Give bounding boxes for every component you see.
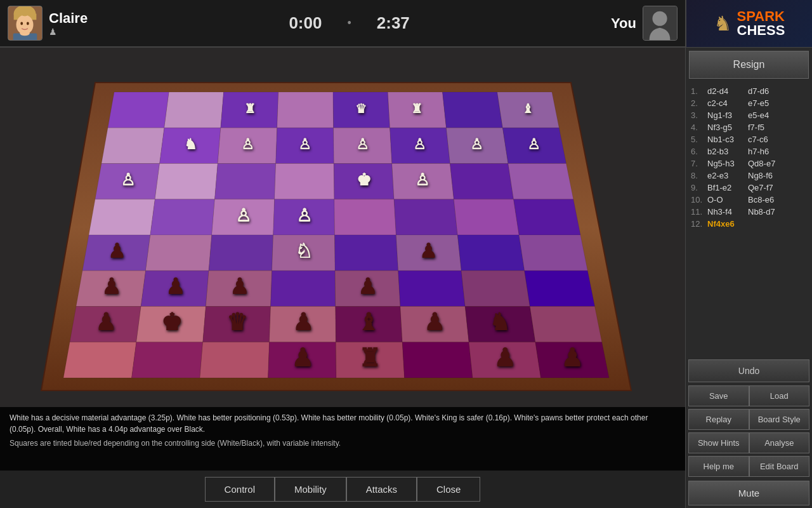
mobility-button[interactable]: Mobility [275,477,346,502]
save-load-row: Save Load [688,385,809,406]
undo-button[interactable]: Undo [688,359,809,382]
move-white[interactable]: Nh3-f4 [707,207,745,217]
timer-claire: 0:00 [289,13,322,33]
load-button[interactable]: Load [749,385,810,406]
save-button[interactable]: Save [688,385,749,406]
timer-you: 2:37 [377,13,410,33]
move-number: 11. [691,207,705,217]
resign-button[interactable]: Resign [689,51,809,79]
move-white[interactable]: e2-e3 [707,171,745,180]
move-white[interactable]: Nb1-c3 [707,135,745,144]
logo-text: SPARK CHESS [737,10,785,37]
claire-icon: ♟ [49,27,88,37]
move-number: 5. [691,135,705,144]
move-white[interactable]: Ng5-h3 [707,159,745,168]
you-label: You [611,15,636,32]
move-white[interactable]: Nf3-g5 [707,123,745,132]
svg-point-5 [27,22,29,25]
move-white[interactable]: Ng1-f3 [707,110,745,120]
mute-button[interactable]: Mute [688,481,809,505]
move-number: 2. [691,98,705,108]
move-black[interactable]: d7-d6 [748,86,786,96]
move-row: 8.e2-e3Ng8-f6 [691,170,807,182]
move-white[interactable]: b2-b3 [707,147,745,156]
move-number: 7. [691,159,705,168]
sidebar: Resign 1.d2-d4d7-d62.c2-c4e7-e53.Ng1-f3e… [685,48,812,508]
move-white[interactable]: O-O [707,195,745,204]
claire-info: Claire ♟ [49,10,88,37]
header: Claire ♟ 0:00 • 2:37 You ♞ SPARK CHESS [0,0,812,48]
move-number: 6. [691,147,705,156]
show-hints-button[interactable]: Show Hints [688,432,749,453]
chess-board-canvas[interactable] [0,48,685,407]
svg-point-10 [652,11,667,26]
move-number: 12. [691,219,705,229]
move-row: 11.Nh3-f4Nb8-d7 [691,206,807,218]
move-row: 2.c2-c4e7-e5 [691,97,807,109]
move-black[interactable] [748,219,786,229]
move-row: 3.Ng1-f3e5-e4 [691,109,807,121]
move-row: 9.Bf1-e2Qe7-f7 [691,182,807,194]
move-row: 7.Ng5-h3Qd8-e7 [691,157,807,170]
move-white[interactable]: d2-d4 [707,86,745,96]
move-black[interactable]: Qd8-e7 [748,159,786,168]
analysis-panel: White has a decisive material advantage … [0,407,685,471]
move-row: 5.Nb1-c3c7-c6 [691,133,807,145]
showhints-analyse-row: Show Hints Analyse [688,432,809,453]
main-content: White has a decisive material advantage … [0,48,812,508]
move-black[interactable]: Qe7-f7 [748,183,786,192]
svg-point-8 [20,31,29,36]
move-black[interactable]: Nb8-d7 [748,207,786,217]
replay-boardstyle-row: Replay Board Style [688,409,809,430]
move-number: 3. [691,110,705,120]
move-row: 1.d2-d4d7-d6 [691,85,807,97]
svg-point-6 [20,6,29,16]
move-row: 12.Nf4xe6 [691,218,807,230]
edit-board-button[interactable]: Edit Board [749,456,810,477]
player-you-section: You [603,1,685,46]
logo-chess: CHESS [737,23,785,37]
player-claire-section: Claire ♟ [0,1,95,46]
claire-avatar [8,6,43,41]
move-number: 1. [691,86,705,96]
close-button[interactable]: Close [417,477,480,502]
move-row: 4.Nf3-g5f7-f5 [691,121,807,133]
move-white[interactable]: Bf1-e2 [707,183,745,192]
move-number: 10. [691,195,705,204]
replay-button[interactable]: Replay [688,409,749,430]
timers-section: 0:00 • 2:37 [95,13,603,33]
move-black[interactable]: f7-f5 [748,123,786,132]
move-black[interactable]: Bc8-e6 [748,195,786,204]
move-row: 6.b2-b3h7-h6 [691,145,807,157]
control-button[interactable]: Control [205,477,275,502]
claire-name: Claire [49,10,88,27]
svg-point-4 [20,22,23,25]
help-me-button[interactable]: Help me [688,456,749,477]
move-black[interactable]: e5-e4 [748,110,786,120]
logo-spark: SPARK [737,10,785,23]
move-white[interactable]: c2-c4 [707,98,745,108]
move-black[interactable]: h7-h6 [748,147,786,156]
move-black[interactable]: Ng8-f6 [748,171,786,180]
hint-text: Squares are tinted blue/red depending on… [10,439,676,448]
move-number: 8. [691,171,705,180]
bottom-buttons: Control Mobility Attacks Close [0,471,685,508]
board-style-button[interactable]: Board Style [749,409,810,430]
helpme-editboard-row: Help me Edit Board [688,456,809,477]
timer-separator: • [347,17,351,30]
analysis-text: White has a decisive material advantage … [10,412,676,435]
move-row: 10.O-OBc8-e6 [691,194,807,206]
analyse-button[interactable]: Analyse [749,432,810,453]
move-black[interactable]: e7-e5 [748,98,786,108]
move-number: 4. [691,123,705,132]
move-list: 1.d2-d4d7-d62.c2-c4e7-e53.Ng1-f3e5-e44.N… [686,82,812,358]
spark-chess-logo: ♞ SPARK CHESS [685,0,812,47]
move-black[interactable]: c7-c6 [748,135,786,144]
you-avatar [643,6,678,41]
move-number: 9. [691,183,705,192]
board-area: White has a decisive material advantage … [0,48,685,508]
logo-knight-icon: ♞ [714,11,732,36]
attacks-button[interactable]: Attacks [346,477,417,502]
chess-board-container[interactable] [0,48,685,407]
move-white[interactable]: Nf4xe6 [707,219,745,229]
